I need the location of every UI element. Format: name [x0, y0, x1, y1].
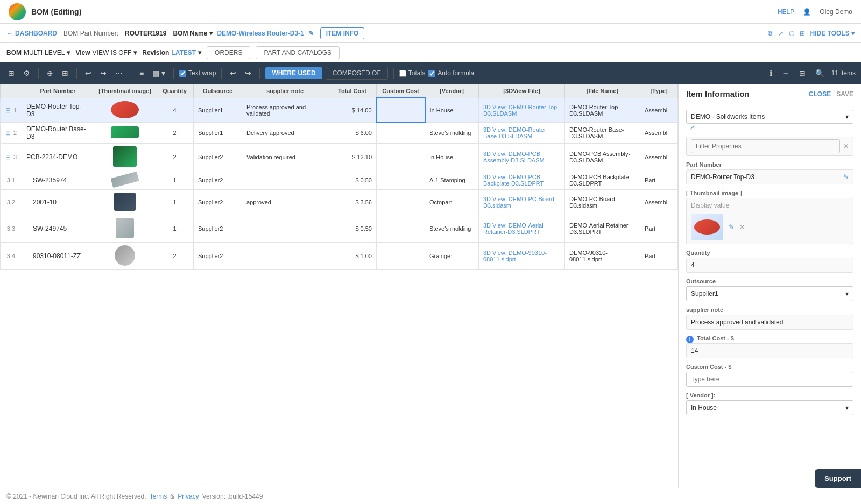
- window-icon[interactable]: ⧉: [768, 30, 773, 37]
- bom-name-btn[interactable]: BOM Name ▾ DEMO-Wireless Router-D3-1 ✎: [173, 30, 313, 37]
- col-header-part-number[interactable]: Part Number: [22, 84, 94, 98]
- search-icon-btn[interactable]: 🔍: [813, 67, 827, 79]
- filter-icon-btn[interactable]: ⊟: [796, 67, 808, 79]
- col-header-type[interactable]: [Type]: [640, 84, 678, 98]
- share-icon[interactable]: ⬡: [789, 30, 794, 37]
- panel-body: DEMO - Solidworks Items ▾ ↗ ✕ Part Numbe…: [679, 104, 861, 421]
- add-row-btn[interactable]: ⊕: [44, 67, 56, 79]
- table-row[interactable]: 3.3 SW-249745 1 Supplier2 $ 0.50 Steve's…: [1, 215, 678, 242]
- footer-privacy-link[interactable]: Privacy: [178, 493, 199, 500]
- type-cell: Part: [640, 215, 678, 242]
- thumbnail-edit-icon[interactable]: ✎: [729, 223, 734, 231]
- custom-cost-cell[interactable]: [377, 171, 425, 189]
- bom-multilevel-dropdown[interactable]: BOM MULTI-LEVEL ▾: [6, 49, 70, 56]
- chevron-down-icon: ▾: [133, 49, 137, 56]
- custom-cost-cell[interactable]: [377, 98, 425, 122]
- app-title: BOM (Editing): [31, 8, 81, 16]
- custom-cost-input[interactable]: [686, 372, 853, 387]
- 3dview-cell[interactable]: 3D View: DEMO-Aerial Retainer-D3.SLDPRT: [479, 215, 565, 242]
- revision-dropdown[interactable]: Revision LATEST ▾: [142, 49, 201, 56]
- solidworks-items-dropdown[interactable]: DEMO - Solidworks Items ▾: [686, 110, 853, 124]
- custom-cost-cell[interactable]: [377, 242, 425, 269]
- col-header-3dview[interactable]: [3DView File]: [479, 84, 565, 98]
- add-row-2-btn[interactable]: ⊞: [59, 67, 71, 79]
- help-link[interactable]: HELP: [778, 8, 794, 16]
- row-number-cell: 3.4: [1, 242, 22, 269]
- outsource-select[interactable]: Supplier1 ▾: [686, 286, 853, 301]
- support-button[interactable]: Support: [815, 469, 861, 488]
- row-number-cell: ⊟ 3: [1, 143, 22, 171]
- type-cell: Assembl: [640, 122, 678, 143]
- total-cost-cell: $ 6.00: [328, 122, 377, 143]
- table-row[interactable]: ⊟ 2 DEMO-Router Base-D3 2 Supplier1 Deli…: [1, 122, 678, 143]
- part-catalogs-tab[interactable]: PART AND CATALOGS: [256, 46, 340, 59]
- part-number-edit-icon[interactable]: ✎: [843, 173, 849, 181]
- 3dview-cell[interactable]: 3D View: DEMO-PCB Assembly-D3.SLDASM: [479, 143, 565, 171]
- thumbnail-cell: [94, 189, 156, 215]
- table-row[interactable]: ⊟ 3 PCB-2234-DEMO 2 Supplier2 Validation…: [1, 143, 678, 171]
- panel-close-button[interactable]: CLOSE: [809, 90, 831, 98]
- text-wrap-toggle[interactable]: Text wrap: [179, 69, 216, 77]
- undo-btn[interactable]: ↩: [82, 67, 94, 79]
- totals-checkbox[interactable]: Totals: [399, 69, 425, 77]
- external-icon[interactable]: ↗: [778, 30, 784, 37]
- edit-icon[interactable]: ✎: [308, 30, 314, 37]
- col-header-supplier-note[interactable]: supplier note: [242, 84, 328, 98]
- where-used-button[interactable]: WHERE USED: [265, 67, 322, 79]
- part-number-cell: PCB-2234-DEMO: [22, 143, 94, 171]
- 3dview-cell[interactable]: 3D View: DEMO-PC-Board-D3.sldasm: [479, 189, 565, 215]
- item-info-button[interactable]: ITEM INFO: [320, 27, 365, 39]
- col-header-outsource[interactable]: Outsource: [194, 84, 242, 98]
- divider: [38, 68, 39, 79]
- col-header-vendor[interactable]: [Vendor]: [425, 84, 479, 98]
- arrow-icon-btn[interactable]: →: [779, 67, 792, 79]
- part-number-label: Part Number: [686, 161, 853, 168]
- 3dview-cell[interactable]: 3D View: DEMO-Router Top-D3.SLDASM: [479, 98, 565, 122]
- footer-terms-link[interactable]: Terms: [150, 493, 167, 500]
- more-options-btn[interactable]: ⋯: [112, 67, 125, 79]
- download-icon[interactable]: ⊞: [800, 30, 805, 37]
- col-settings-btn[interactable]: ▤ ▾: [150, 67, 168, 79]
- info-icon-btn[interactable]: ℹ: [767, 67, 775, 79]
- settings-icon-btn[interactable]: ⚙: [20, 67, 33, 79]
- 3dview-cell[interactable]: 3D View: DEMO-PCB Backplate-D3.SLDPRT: [479, 171, 565, 189]
- col-header-total-cost[interactable]: Total Cost: [328, 84, 377, 98]
- col-header-custom-cost[interactable]: Custom Cost: [377, 84, 425, 98]
- vendor-field: [ Vendor ]: In House ▾: [686, 392, 853, 415]
- external-link-icon[interactable]: ↗: [689, 124, 695, 131]
- panel-title: Item Information: [686, 89, 750, 98]
- custom-cost-cell[interactable]: [377, 189, 425, 215]
- thumbnail-label: [ Thumbnail image ]: [686, 190, 853, 196]
- table-row[interactable]: ⊟ 1 DEMO-Router Top-D3 4 Supplier1 Proce…: [1, 98, 678, 122]
- table-row[interactable]: 3.1 SW-235974 1 Supplier2 $ 0.50 A-1 Sta…: [1, 171, 678, 189]
- custom-cost-cell[interactable]: [377, 215, 425, 242]
- supplier-note-cell: [242, 215, 328, 242]
- columns-btn[interactable]: ≡: [137, 67, 146, 79]
- close-filter-icon[interactable]: ✕: [843, 143, 849, 150]
- hide-tools-button[interactable]: HIDE TOOLS ▾: [810, 30, 855, 37]
- table-row[interactable]: 3.4 90310-08011-ZZ 2 Supplier2 $ 1.00 Gr…: [1, 242, 678, 269]
- vendor-select[interactable]: In House ▾: [686, 400, 853, 415]
- dashboard-link[interactable]: ← DASHBOARD: [6, 30, 57, 37]
- table-row[interactable]: 3.2 2001-10 1 Supplier2 approved $ 3.56 …: [1, 189, 678, 215]
- custom-cost-cell[interactable]: [377, 143, 425, 171]
- undo2-btn[interactable]: ↩: [227, 67, 239, 79]
- filename-cell: DEMO-PCB Assembly-D3.SLDASM: [565, 143, 640, 171]
- auto-formula-checkbox[interactable]: Auto formula: [428, 69, 474, 77]
- filter-properties-input[interactable]: [691, 139, 840, 153]
- redo-btn[interactable]: ↪: [97, 67, 109, 79]
- panel-save-button[interactable]: SAVE: [836, 90, 853, 98]
- col-header-thumbnail[interactable]: [Thumbnail image]: [94, 84, 156, 98]
- col-header-quantity[interactable]: Quantity: [156, 84, 194, 98]
- thumbnail-delete-icon[interactable]: ✕: [739, 223, 745, 231]
- redo2-btn[interactable]: ↪: [242, 67, 254, 79]
- 3dview-cell[interactable]: 3D View: DEMO-Router Base-D3.SLDASM: [479, 122, 565, 143]
- col-header-filename[interactable]: [File Name]: [565, 84, 640, 98]
- custom-cost-cell[interactable]: [377, 122, 425, 143]
- row-number-cell: 3.3: [1, 215, 22, 242]
- 3dview-cell[interactable]: 3D View: DEMO-90310-08011.sldprt: [479, 242, 565, 269]
- composed-of-button[interactable]: COMPOSED OF: [326, 67, 388, 80]
- orders-tab[interactable]: ORDERS: [207, 46, 250, 59]
- grid-icon-btn[interactable]: ⊞: [5, 67, 17, 79]
- view-dropdown[interactable]: View VIEW IS OFF ▾: [75, 49, 137, 56]
